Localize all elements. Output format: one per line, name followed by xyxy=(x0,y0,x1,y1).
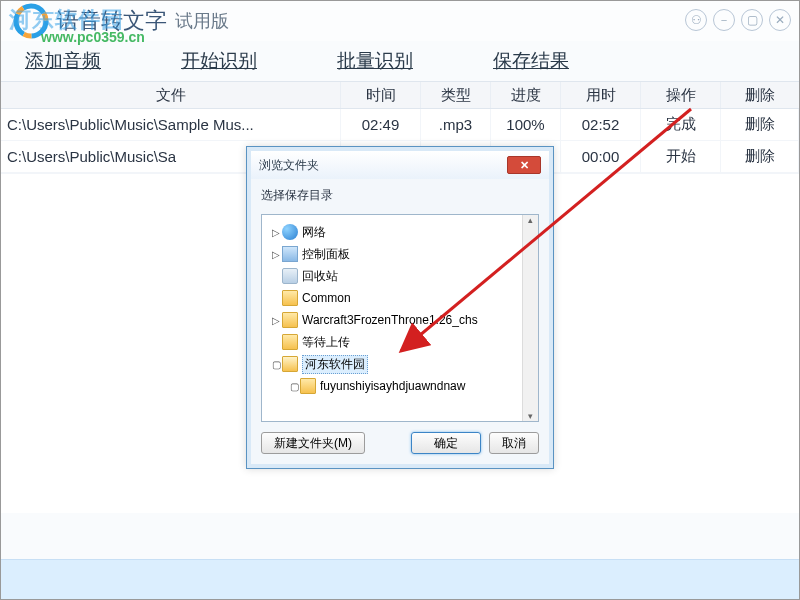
tree-item-label: Warcraft3FrozenThrone1.26_chs xyxy=(302,313,478,327)
cell-delete[interactable]: 删除 xyxy=(721,109,799,140)
tree-item[interactable]: ▷网络 xyxy=(266,221,534,243)
tree-item[interactable]: ▢fuyunshiyisayhdjuawndnaw xyxy=(266,375,534,397)
close-button[interactable]: ✕ xyxy=(769,9,791,31)
app-edition: 试用版 xyxy=(175,9,229,33)
app-title: 语音转文字 xyxy=(57,6,167,36)
cell-type: .mp3 xyxy=(421,109,491,140)
col-progress: 进度 xyxy=(491,82,561,108)
cell-elapsed: 02:52 xyxy=(561,109,641,140)
folder-open-icon xyxy=(282,356,298,372)
tree-item-label: 等待上传 xyxy=(302,334,350,351)
tree-item[interactable]: 等待上传 xyxy=(266,331,534,353)
cell-elapsed: 00:00 xyxy=(561,141,641,172)
tree-item-label: 河东软件园 xyxy=(302,355,368,374)
tree-item[interactable]: ▷Warcraft3FrozenThrone1.26_chs xyxy=(266,309,534,331)
browse-folder-dialog: 浏览文件夹 ✕ 选择保存目录 ▷网络▷控制面板回收站Common▷Warcraf… xyxy=(246,146,554,469)
dialog-titlebar: 浏览文件夹 ✕ xyxy=(251,151,549,179)
maximize-button[interactable]: ▢ xyxy=(741,9,763,31)
cell-progress: 100% xyxy=(491,109,561,140)
table-row[interactable]: C:\Users\Public\Music\Sample Mus... 02:4… xyxy=(1,109,799,141)
scrollbar[interactable] xyxy=(522,215,538,421)
user-icon[interactable]: ⚇ xyxy=(685,9,707,31)
ok-button[interactable]: 确定 xyxy=(411,432,481,454)
cancel-button[interactable]: 取消 xyxy=(489,432,539,454)
col-elapsed: 用时 xyxy=(561,82,641,108)
cell-time: 02:49 xyxy=(341,109,421,140)
tree-item-label: 网络 xyxy=(302,224,326,241)
tree-item[interactable]: Common xyxy=(266,287,534,309)
col-file: 文件 xyxy=(1,82,341,108)
col-time: 时间 xyxy=(341,82,421,108)
toolbar: 添加音频 开始识别 批量识别 保存结果 xyxy=(1,41,799,81)
tree-twisty-icon[interactable]: ▢ xyxy=(288,381,300,392)
cell-file: C:\Users\Public\Music\Sample Mus... xyxy=(1,109,341,140)
dialog-close-button[interactable]: ✕ xyxy=(507,156,541,174)
tree-item[interactable]: ▢河东软件园 xyxy=(266,353,534,375)
toolbar-add-audio[interactable]: 添加音频 xyxy=(25,48,101,74)
tree-twisty-icon[interactable]: ▷ xyxy=(270,315,282,326)
dialog-label: 选择保存目录 xyxy=(261,187,539,204)
app-logo xyxy=(13,3,49,39)
tree-item[interactable]: 回收站 xyxy=(266,265,534,287)
col-type: 类型 xyxy=(421,82,491,108)
toolbar-batch-recognize[interactable]: 批量识别 xyxy=(337,48,413,74)
col-delete: 删除 xyxy=(721,82,799,108)
titlebar: 语音转文字 试用版 ⚇ － ▢ ✕ xyxy=(1,1,799,41)
toolbar-start-recognize[interactable]: 开始识别 xyxy=(181,48,257,74)
tree-item-label: 控制面板 xyxy=(302,246,350,263)
toolbar-save-result[interactable]: 保存结果 xyxy=(493,48,569,74)
tree-item-label: fuyunshiyisayhdjuawndnaw xyxy=(320,379,465,393)
cell-delete[interactable]: 删除 xyxy=(721,141,799,172)
cp-icon xyxy=(282,246,298,262)
bin-icon xyxy=(282,268,298,284)
dialog-title: 浏览文件夹 xyxy=(259,157,319,174)
table-header: 文件 时间 类型 进度 用时 操作 删除 xyxy=(1,81,799,109)
folder-tree[interactable]: ▷网络▷控制面板回收站Common▷Warcraft3FrozenThrone1… xyxy=(261,214,539,422)
folder-icon xyxy=(282,312,298,328)
net-icon xyxy=(282,224,298,240)
col-action: 操作 xyxy=(641,82,721,108)
tree-item[interactable]: ▷控制面板 xyxy=(266,243,534,265)
tree-item-label: 回收站 xyxy=(302,268,338,285)
tree-twisty-icon[interactable]: ▷ xyxy=(270,249,282,260)
folder-icon xyxy=(282,290,298,306)
new-folder-button[interactable]: 新建文件夹(M) xyxy=(261,432,365,454)
status-bar xyxy=(1,559,799,599)
minimize-button[interactable]: － xyxy=(713,9,735,31)
tree-item-label: Common xyxy=(302,291,351,305)
folder-icon xyxy=(282,334,298,350)
tree-twisty-icon[interactable]: ▢ xyxy=(270,359,282,370)
folder-icon xyxy=(300,378,316,394)
cell-action[interactable]: 完成 xyxy=(641,109,721,140)
tree-twisty-icon[interactable]: ▷ xyxy=(270,227,282,238)
cell-action[interactable]: 开始 xyxy=(641,141,721,172)
